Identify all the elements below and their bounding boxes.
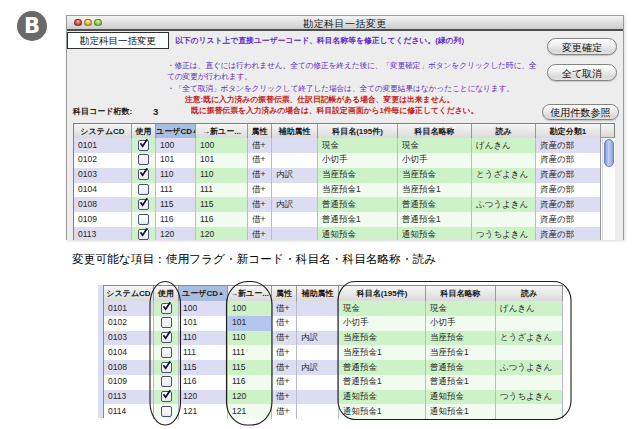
cell-yomi[interactable] xyxy=(472,183,536,198)
used-checkbox-checked[interactable] xyxy=(161,303,172,314)
table-row[interactable]: 0101100100借+現金現金げんきん xyxy=(104,301,562,316)
cell-used[interactable] xyxy=(132,212,156,227)
cell-account-name[interactable]: 通知預金 xyxy=(339,390,426,405)
cell-account-short-name[interactable]: 現金 xyxy=(398,138,472,153)
cell-account-short-name[interactable]: 普通預金 xyxy=(398,197,472,212)
table-row[interactable]: 0103110110借+内訳当座預金当座預金とうざよきん資産の部 xyxy=(74,168,614,183)
cell-new-user-cd[interactable]: 111 xyxy=(228,345,272,360)
cell-account-short-name[interactable]: 小切手 xyxy=(426,316,496,331)
window-titlebar[interactable]: 勘定科目一括変更 xyxy=(67,16,623,29)
scrollbar-thumb[interactable] xyxy=(604,139,614,167)
cell-account-name[interactable]: 普通預金 xyxy=(339,360,426,375)
cell-new-user-cd[interactable]: 120 xyxy=(196,227,248,240)
cell-new-user-cd[interactable]: 101 xyxy=(228,316,272,331)
cell-used[interactable] xyxy=(154,390,179,405)
cell-used[interactable] xyxy=(154,345,179,360)
column-header-used[interactable]: 使用 xyxy=(132,124,156,138)
cancel-all-button[interactable]: 全て取消 xyxy=(547,64,617,81)
cell-account-name[interactable]: 小切手 xyxy=(318,153,398,168)
column-header-yomi[interactable]: 読み xyxy=(472,124,536,138)
cell-used[interactable] xyxy=(154,301,179,316)
cell-yomi[interactable]: ふつうよきん xyxy=(496,360,563,375)
cell-account-name[interactable]: 普通預金 xyxy=(318,197,398,212)
cell-account-name[interactable]: 現金 xyxy=(318,138,398,153)
cell-yomi[interactable] xyxy=(496,345,563,360)
cell-used[interactable] xyxy=(132,227,156,240)
cell-account-name[interactable]: 小切手 xyxy=(339,316,426,331)
cell-account-short-name[interactable]: 当座預金1 xyxy=(426,345,496,360)
cell-yomi[interactable]: つうちよきん xyxy=(496,390,563,405)
table-row[interactable]: 0114121121借+通知預金1通知預金1 xyxy=(104,404,562,419)
column-header-attribute[interactable]: 属性 xyxy=(248,124,272,138)
column-header-sub-attribute[interactable]: 補助属性 xyxy=(297,286,339,301)
column-header-user-cd[interactable]: ユーザCD▲ xyxy=(179,286,228,301)
cell-used[interactable] xyxy=(132,197,156,212)
used-checkbox-unchecked[interactable] xyxy=(138,184,149,195)
table-row[interactable]: 0104111111借+当座預金1当座預金1資産の部 xyxy=(74,183,614,198)
cell-account-name[interactable]: 当座預金1 xyxy=(318,183,398,198)
used-checkbox-unchecked[interactable] xyxy=(138,154,149,165)
cell-account-short-name[interactable]: 通知預金1 xyxy=(426,404,496,419)
cell-account-name[interactable]: 当座預金1 xyxy=(339,345,426,360)
cell-used[interactable] xyxy=(132,138,156,153)
cell-used[interactable] xyxy=(154,404,179,419)
cell-account-short-name[interactable]: 通知預金 xyxy=(398,227,472,240)
used-checkbox-checked[interactable] xyxy=(138,229,149,240)
cell-new-user-cd[interactable]: 115 xyxy=(196,197,248,212)
column-header-system-cd[interactable]: システムCD xyxy=(104,286,154,301)
cell-account-short-name[interactable]: 当座預金1 xyxy=(398,183,472,198)
used-checkbox-checked[interactable] xyxy=(138,140,149,151)
cell-new-user-cd[interactable]: 121 xyxy=(228,404,272,419)
cell-account-short-name[interactable]: 現金 xyxy=(426,301,496,316)
cell-new-user-cd[interactable]: 116 xyxy=(196,212,248,227)
usage-count-ref-button[interactable]: 使用件数参照 xyxy=(542,104,619,120)
cell-account-name[interactable]: 当座預金 xyxy=(318,168,398,183)
cell-used[interactable] xyxy=(154,316,179,331)
table-row[interactable]: 0102101101借+小切手小切手資産の部 xyxy=(74,153,614,168)
used-checkbox-checked[interactable] xyxy=(161,391,172,402)
table-row[interactable]: 0108115115借+内訳普通預金普通預金ふつうよきん資産の部 xyxy=(74,197,614,212)
cell-yomi[interactable] xyxy=(472,212,536,227)
used-checkbox-unchecked[interactable] xyxy=(161,376,172,387)
cell-account-name[interactable]: 普通預金1 xyxy=(318,212,398,227)
column-header-sub-attribute[interactable]: 補助属性 xyxy=(272,124,318,138)
cell-account-short-name[interactable]: 当座預金 xyxy=(398,168,472,183)
cell-account-short-name[interactable]: 普通預金1 xyxy=(426,375,496,390)
used-checkbox-checked[interactable] xyxy=(138,199,149,210)
cell-new-user-cd[interactable]: 100 xyxy=(196,138,248,153)
cell-new-user-cd[interactable]: 120 xyxy=(228,390,272,405)
cell-yomi[interactable]: つうちよきん xyxy=(472,227,536,240)
used-checkbox-checked[interactable] xyxy=(161,332,172,343)
column-header-used[interactable]: 使用 xyxy=(154,286,179,301)
used-checkbox-unchecked[interactable] xyxy=(161,347,172,358)
cell-yomi[interactable] xyxy=(496,404,563,419)
cell-account-short-name[interactable]: 当座預金 xyxy=(426,331,496,346)
cell-yomi[interactable]: げんきん xyxy=(472,138,536,153)
cell-account-short-name[interactable]: 小切手 xyxy=(398,153,472,168)
cell-new-user-cd[interactable]: 115 xyxy=(228,360,272,375)
cell-new-user-cd[interactable]: 100 xyxy=(228,301,272,316)
table-row[interactable]: 0109116116借+普通預金1普通預金1資産の部 xyxy=(74,212,614,227)
used-checkbox-checked[interactable] xyxy=(138,169,149,180)
cell-account-name[interactable]: 当座預金 xyxy=(339,331,426,346)
cell-new-user-cd[interactable]: 110 xyxy=(228,331,272,346)
cell-yomi[interactable]: げんきん xyxy=(496,301,563,316)
column-header-system-cd[interactable]: システムCD xyxy=(74,124,132,138)
cell-account-short-name[interactable]: 普通預金 xyxy=(426,360,496,375)
cell-used[interactable] xyxy=(154,331,179,346)
column-header-new-user-cd[interactable]: →新ユー... xyxy=(196,124,248,138)
used-checkbox-checked[interactable] xyxy=(161,362,172,373)
confirm-change-button[interactable]: 変更確定 xyxy=(547,38,617,55)
used-checkbox-unchecked[interactable] xyxy=(161,406,172,417)
table-row[interactable]: 0108115115借+内訳普通預金普通預金ふつうよきん xyxy=(104,360,562,375)
used-checkbox-unchecked[interactable] xyxy=(138,214,149,225)
cell-yomi[interactable] xyxy=(496,375,563,390)
column-header-attribute[interactable]: 属性 xyxy=(272,286,297,301)
cell-used[interactable] xyxy=(132,183,156,198)
cell-account-name[interactable]: 普通預金1 xyxy=(339,375,426,390)
cell-yomi[interactable]: とうざよきん xyxy=(496,331,563,346)
table-row[interactable]: 0113120120借+通知預金通知預金つうちよきん資産の部 xyxy=(74,227,614,240)
cell-new-user-cd[interactable]: 111 xyxy=(196,183,248,198)
cell-new-user-cd[interactable]: 101 xyxy=(196,153,248,168)
column-header-account-name[interactable]: 科目名(195件) xyxy=(318,124,398,138)
